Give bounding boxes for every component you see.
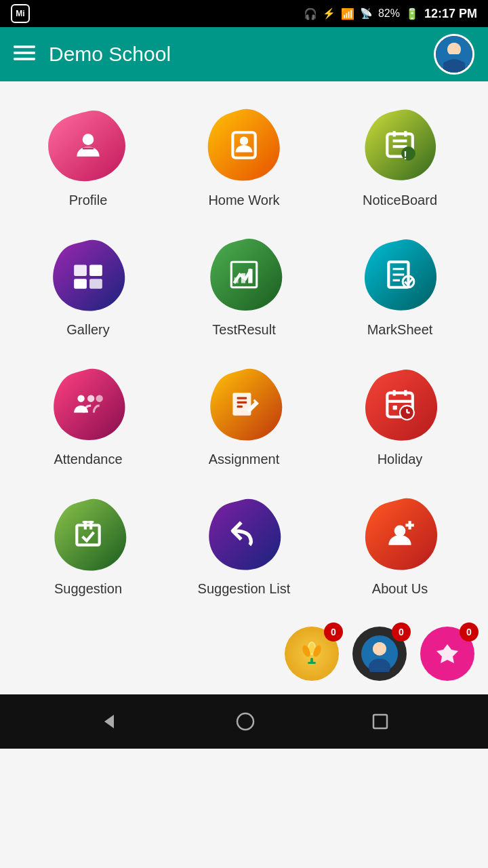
svg-rect-24: [241, 273, 245, 283]
grid-item-suggestion[interactable]: Suggestion: [14, 484, 163, 606]
svg-point-31: [77, 395, 84, 401]
app-title: Demo School: [49, 43, 420, 66]
grid-item-suggestionlist[interactable]: Suggestion List: [169, 484, 319, 606]
svg-rect-25: [248, 269, 252, 283]
svg-rect-48: [77, 526, 99, 545]
assignment-label: Assignment: [209, 452, 280, 467]
attendance-blob: [47, 363, 129, 445]
svg-rect-20: [74, 279, 87, 289]
svg-point-67: [237, 713, 253, 730]
status-left: Mi: [11, 4, 30, 23]
menu-button[interactable]: [14, 42, 35, 67]
suggestionlist-label: Suggestion List: [198, 581, 291, 597]
svg-rect-18: [74, 264, 87, 276]
testresult-blob: [203, 234, 285, 315]
recent-button[interactable]: [371, 713, 389, 730]
headphone-icon: 🎧: [304, 7, 317, 20]
grid-item-testresult[interactable]: TestResult: [169, 224, 319, 347]
suggestionlist-blob: [203, 493, 285, 574]
battery-icon: 🔋: [405, 7, 419, 20]
svg-rect-60: [308, 662, 316, 664]
status-right: 🎧 ⚡ 📶 📡 82% 🔋 12:17 PM: [304, 7, 477, 21]
svg-rect-23: [234, 277, 238, 283]
grid-item-holiday[interactable]: Holiday: [325, 354, 474, 477]
svg-point-65: [373, 642, 386, 656]
svg-rect-34: [232, 393, 251, 415]
svg-rect-51: [83, 521, 94, 523]
svg-rect-0: [14, 45, 35, 47]
attendance-label: Attendance: [54, 452, 122, 467]
svg-rect-10: [83, 148, 94, 149]
svg-rect-37: [237, 406, 243, 408]
svg-rect-19: [89, 264, 102, 276]
grid-item-homework[interactable]: Home Work: [169, 95, 319, 218]
svg-point-32: [87, 395, 94, 401]
time-label: 12:17 PM: [424, 7, 477, 21]
svg-rect-35: [237, 397, 247, 399]
nav-bar: [0, 694, 488, 749]
holiday-label: Holiday: [378, 452, 423, 467]
noticeboard-label: NoticeBoard: [363, 193, 437, 208]
mi-logo: Mi: [11, 4, 30, 23]
suggestion-blob: [47, 493, 129, 574]
svg-text:!: !: [403, 149, 407, 162]
trophy-badge: 0: [324, 623, 343, 642]
signal-icon: 📡: [360, 7, 373, 20]
bluetooth-icon: ⚡: [323, 7, 336, 20]
aboutus-blob: [359, 493, 441, 574]
avatar[interactable]: [434, 34, 474, 75]
grid-item-noticeboard[interactable]: ! NoticeBoard: [325, 95, 474, 218]
svg-rect-2: [14, 58, 35, 60]
gallery-blob: [47, 234, 129, 315]
testresult-label: TestResult: [212, 322, 275, 338]
svg-rect-1: [14, 52, 35, 54]
user-button[interactable]: 0: [352, 627, 407, 681]
marksheet-blob: [359, 234, 441, 315]
homework-blob: [203, 104, 285, 186]
svg-point-58: [309, 643, 314, 654]
assignment-blob: [203, 363, 285, 445]
menu-grid: Profile Home Work: [0, 81, 488, 620]
battery-label: 82%: [378, 7, 400, 20]
grid-item-attendance[interactable]: Attendance: [14, 354, 163, 477]
svg-rect-68: [373, 715, 387, 728]
notify-badge: 0: [460, 623, 479, 642]
grid-item-assignment[interactable]: Assignment: [169, 354, 319, 477]
svg-rect-6: [443, 62, 465, 68]
home-button[interactable]: [235, 711, 256, 732]
aboutus-label: About Us: [372, 581, 428, 597]
svg-marker-66: [104, 715, 114, 728]
bottom-actions: 0 0 0: [0, 620, 488, 694]
svg-point-12: [240, 137, 249, 146]
suggestion-label: Suggestion: [54, 581, 122, 597]
grid-item-gallery[interactable]: Gallery: [14, 224, 163, 347]
svg-rect-8: [447, 54, 462, 58]
status-bar: Mi 🎧 ⚡ 📶 📡 82% 🔋 12:17 PM: [0, 0, 488, 27]
svg-rect-43: [393, 406, 397, 410]
svg-point-7: [447, 43, 461, 56]
noticeboard-blob: !: [359, 104, 441, 186]
svg-point-9: [83, 134, 94, 145]
grid-item-marksheet[interactable]: MarkSheet: [325, 224, 474, 347]
homework-label: Home Work: [208, 193, 279, 208]
profile-blob: [47, 104, 129, 186]
grid-item-aboutus[interactable]: About Us: [325, 484, 474, 606]
grid-item-profile[interactable]: Profile: [14, 95, 163, 218]
gallery-label: Gallery: [66, 322, 109, 338]
top-bar: Demo School: [0, 27, 488, 81]
profile-label: Profile: [69, 193, 108, 208]
holiday-blob: [359, 363, 441, 445]
trophy-button[interactable]: 0: [285, 627, 339, 681]
wifi-icon: 📶: [341, 7, 354, 20]
notify-button[interactable]: 0: [420, 627, 474, 681]
svg-rect-36: [237, 401, 247, 403]
svg-point-52: [394, 526, 406, 537]
user-badge: 0: [392, 623, 411, 642]
back-button[interactable]: [99, 711, 119, 732]
marksheet-label: MarkSheet: [367, 322, 433, 338]
svg-point-33: [96, 395, 102, 401]
svg-rect-21: [89, 279, 102, 289]
